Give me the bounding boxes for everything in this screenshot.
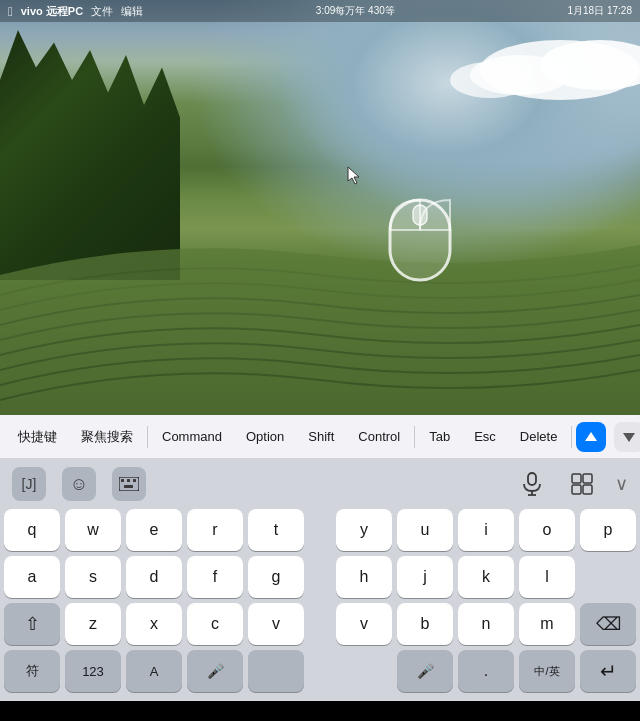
- grid-icon[interactable]: [565, 467, 599, 501]
- key-v[interactable]: v: [248, 603, 304, 645]
- key-c[interactable]: c: [187, 603, 243, 645]
- mouse-cursor-icon: [345, 165, 365, 190]
- menubar-menu-file[interactable]: 文件: [91, 4, 113, 19]
- key-f[interactable]: f: [187, 556, 243, 598]
- toolbar-control[interactable]: Control: [348, 424, 410, 449]
- key-k[interactable]: k: [458, 556, 514, 598]
- svg-rect-18: [124, 485, 133, 488]
- menubar:  vivo 远程PC 文件 编辑 3:09每万年 430等 1月18日 17:…: [0, 0, 640, 22]
- key-y[interactable]: y: [336, 509, 392, 551]
- key-123[interactable]: 123: [65, 650, 121, 692]
- toolbar-option[interactable]: Option: [236, 424, 294, 449]
- key-mic-right[interactable]: 🎤: [397, 650, 453, 692]
- menubar-apple[interactable]: : [8, 4, 13, 19]
- svg-marker-4: [348, 167, 359, 184]
- key-shift[interactable]: ⇧: [4, 603, 60, 645]
- emoji-face-icon[interactable]: ☺: [62, 467, 96, 501]
- svg-rect-15: [121, 479, 124, 482]
- menubar-time: 1月18日 17:28: [567, 4, 632, 18]
- toolbar-tab[interactable]: Tab: [419, 424, 460, 449]
- key-backspace[interactable]: ⌫: [580, 603, 636, 645]
- keyboard-top-icons: [J] ☺: [0, 467, 640, 501]
- vineyard-svg: [0, 195, 640, 415]
- key-d[interactable]: d: [126, 556, 182, 598]
- toolbar-esc[interactable]: Esc: [464, 424, 506, 449]
- key-s[interactable]: s: [65, 556, 121, 598]
- key-symbol[interactable]: 符: [4, 650, 60, 692]
- keyboard-icon[interactable]: [112, 467, 146, 501]
- key-r[interactable]: r: [187, 509, 243, 551]
- keyboard-row-1: q w e r t y u i o p: [0, 509, 640, 551]
- keyboard-area: [J] ☺: [0, 459, 640, 701]
- toolbar-command[interactable]: Command: [152, 424, 232, 449]
- svg-rect-16: [127, 479, 130, 482]
- svg-rect-22: [572, 474, 581, 483]
- key-mic-left[interactable]: 🎤: [187, 650, 243, 692]
- menubar-center: 3:09每万年 430等: [316, 4, 395, 18]
- menubar-right: 1月18日 17:28: [567, 4, 632, 18]
- svg-rect-25: [583, 485, 592, 494]
- toolbar-shortcut-key[interactable]: 快捷键: [8, 423, 67, 451]
- clouds-svg: [340, 20, 640, 120]
- key-z[interactable]: z: [65, 603, 121, 645]
- key-v2[interactable]: v: [336, 603, 392, 645]
- svg-rect-23: [583, 474, 592, 483]
- key-p[interactable]: p: [580, 509, 636, 551]
- toolbar-focus-search[interactable]: 聚焦搜索: [71, 423, 143, 451]
- emoji-text-icon[interactable]: [J]: [12, 467, 46, 501]
- mouse-overlay-icon: [380, 185, 460, 295]
- toolbar: 快捷键 聚焦搜索 Command Option Shift Control Ta…: [0, 415, 640, 459]
- keyboard-row-4: 符 123 A​ 🎤 🎤 . 中/英 ↵: [0, 650, 640, 692]
- keyboard-row-3: ⇧ z x c v v b n m ⌫: [0, 603, 640, 645]
- svg-rect-17: [133, 479, 136, 482]
- toolbar-delete[interactable]: Delete: [510, 424, 568, 449]
- key-m[interactable]: m: [519, 603, 575, 645]
- toolbar-divider-3: [571, 426, 572, 448]
- svg-rect-24: [572, 485, 581, 494]
- key-t[interactable]: t: [248, 509, 304, 551]
- key-w[interactable]: w: [65, 509, 121, 551]
- key-g[interactable]: g: [248, 556, 304, 598]
- key-u[interactable]: u: [397, 509, 453, 551]
- key-q[interactable]: q: [4, 509, 60, 551]
- key-j[interactable]: j: [397, 556, 453, 598]
- menubar-left:  vivo 远程PC 文件 编辑: [8, 4, 143, 19]
- key-h[interactable]: h: [336, 556, 392, 598]
- top-icons-left: [J] ☺: [12, 467, 146, 501]
- key-space[interactable]: [248, 650, 304, 692]
- key-period[interactable]: .: [458, 650, 514, 692]
- desktop:  vivo 远程PC 文件 编辑 3:09每万年 430等 1月18日 17:…: [0, 0, 640, 415]
- chevron-down-icon[interactable]: ∨: [615, 473, 628, 495]
- svg-marker-8: [623, 433, 635, 442]
- menubar-app-name[interactable]: vivo 远程PC: [21, 4, 83, 19]
- key-x[interactable]: x: [126, 603, 182, 645]
- key-b[interactable]: b: [397, 603, 453, 645]
- svg-marker-7: [585, 432, 597, 441]
- top-icons-right: ∨: [515, 467, 628, 501]
- key-o[interactable]: o: [519, 509, 575, 551]
- key-return[interactable]: ↵: [580, 650, 636, 692]
- keyboard-row-2: a s d f g h j k l: [0, 556, 640, 598]
- toolbar-arrow-down-btn[interactable]: [614, 422, 640, 452]
- key-a[interactable]: a: [4, 556, 60, 598]
- key-l[interactable]: l: [519, 556, 575, 598]
- toolbar-arrow-up-btn[interactable]: [576, 422, 606, 452]
- microphone-icon[interactable]: [515, 467, 549, 501]
- key-lang-switch[interactable]: 中/英: [519, 650, 575, 692]
- svg-rect-19: [528, 473, 536, 485]
- key-i[interactable]: i: [458, 509, 514, 551]
- key-n[interactable]: n: [458, 603, 514, 645]
- key-handwriting[interactable]: A​: [126, 650, 182, 692]
- toolbar-divider-1: [147, 426, 148, 448]
- svg-rect-6: [413, 205, 427, 225]
- svg-point-3: [450, 62, 530, 98]
- toolbar-divider-2: [414, 426, 415, 448]
- key-e[interactable]: e: [126, 509, 182, 551]
- toolbar-shift[interactable]: Shift: [298, 424, 344, 449]
- menubar-menu-edit[interactable]: 编辑: [121, 4, 143, 19]
